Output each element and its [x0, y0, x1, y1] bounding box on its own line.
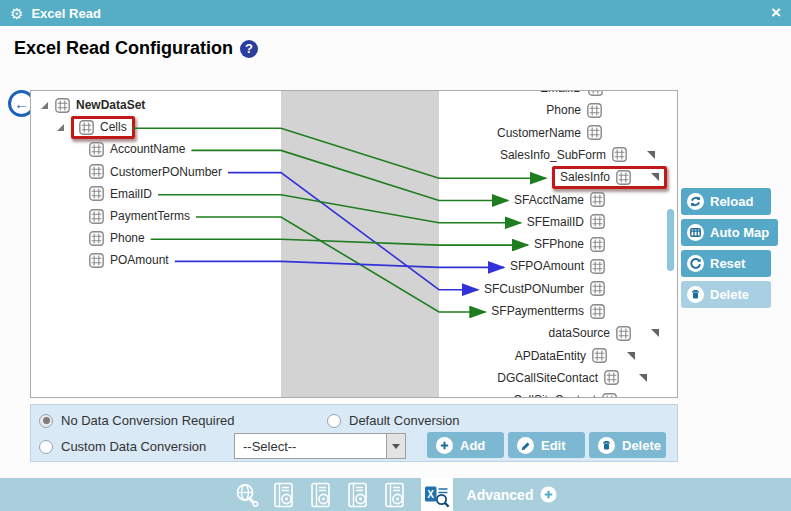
- tree-label: SFCustPONumber: [484, 282, 584, 296]
- tree-item-CustomerName[interactable]: CustomerName: [31, 122, 677, 144]
- grid-icon: [616, 326, 631, 341]
- expander-collapsed-icon[interactable]: [647, 151, 655, 159]
- grid-icon: [612, 147, 627, 162]
- scrollbar-thumb[interactable]: [667, 209, 674, 271]
- expander-collapsed-icon[interactable]: [651, 173, 659, 181]
- reload-button[interactable]: Reload: [681, 188, 771, 215]
- process-step-icon-4[interactable]: [384, 482, 407, 508]
- tree-item-SFCustPONumber[interactable]: SFCustPONumber: [31, 278, 677, 300]
- reset-icon: [687, 255, 704, 272]
- button-label: Edit: [541, 438, 566, 453]
- select-value: --Select--: [235, 439, 386, 454]
- edit-button[interactable]: Edit: [508, 432, 585, 458]
- process-step-icon-2[interactable]: [310, 482, 333, 508]
- button-label: Delete: [622, 438, 661, 453]
- process-step-icon-1[interactable]: [273, 482, 296, 508]
- active-step-tab[interactable]: X: [421, 478, 453, 511]
- process-step-icon-3[interactable]: [347, 482, 370, 508]
- tree-item-SalesInfo_SubForm[interactable]: SalesInfo_SubForm: [31, 144, 677, 166]
- conversion-select[interactable]: --Select--: [234, 433, 406, 459]
- process-step-icon-4[interactable]: [384, 482, 407, 508]
- grid-icon: [590, 259, 605, 274]
- excel-read-icon[interactable]: X: [424, 482, 450, 508]
- footer-toolbar: X Advanced: [0, 478, 791, 511]
- expander-collapsed-icon[interactable]: [627, 352, 635, 360]
- tree-item-SFEmailID[interactable]: SFEmailID: [31, 211, 677, 233]
- tree-label: SFPOAmount: [510, 259, 584, 273]
- grid-icon: [592, 348, 607, 363]
- tree-item-DGCallSiteContact[interactable]: DGCallSiteContact: [31, 367, 677, 389]
- grid-icon: [590, 304, 605, 319]
- radio-default-conversion[interactable]: Default Conversion: [327, 413, 460, 428]
- tree-label: Phone: [546, 103, 581, 117]
- process-step-icon-2[interactable]: [310, 482, 333, 508]
- button-label: Delete: [710, 287, 749, 302]
- excel-read-icon[interactable]: X: [424, 482, 450, 508]
- add-button[interactable]: Add: [427, 432, 504, 458]
- svg-text:X: X: [427, 488, 434, 499]
- conversion-buttons: AddEditDelete: [427, 432, 666, 458]
- tree-item-SFPOAmount[interactable]: SFPOAmount: [31, 255, 677, 277]
- tree-label: SFAcctName: [514, 193, 584, 207]
- select-dropdown-button[interactable]: [386, 434, 405, 458]
- grid-icon: [588, 90, 603, 96]
- radio-custom-conversion[interactable]: Custom Data Conversion: [39, 439, 206, 454]
- radio-label: No Data Conversion Required: [61, 413, 234, 428]
- button-label: Auto Map: [710, 225, 769, 240]
- web-service-icon[interactable]: [234, 482, 259, 507]
- web-service-icon[interactable]: [234, 482, 259, 507]
- radio-circle[interactable]: [327, 414, 341, 428]
- tree-item-SFPhone[interactable]: SFPhone: [31, 233, 677, 255]
- tree-label: SFEmailID: [527, 215, 584, 229]
- edit-icon: [517, 437, 534, 454]
- delete-icon: [598, 437, 615, 454]
- tree-item-SalesInfo[interactable]: SalesInfo: [31, 166, 677, 188]
- delete-icon: [687, 286, 704, 303]
- conversion-panel: No Data Conversion Required Default Conv…: [30, 404, 678, 462]
- tree-item-SFPaymentterms[interactable]: SFPaymentterms: [31, 300, 677, 322]
- button-label: Add: [460, 438, 485, 453]
- grid-icon: [602, 393, 617, 398]
- advanced-label: Advanced: [467, 487, 534, 503]
- grid-icon: [590, 237, 605, 252]
- tree-item-SFAcctName[interactable]: SFAcctName: [31, 189, 677, 211]
- mapping-panel: NewDataSetCellsAccountNameCustomerPONumb…: [30, 90, 678, 398]
- close-icon[interactable]: ×: [771, 3, 781, 23]
- side-buttons: ReloadAuto MapResetDelete: [681, 188, 778, 308]
- grid-icon: [587, 125, 602, 140]
- grid-icon: [590, 192, 605, 207]
- process-step-icon-3[interactable]: [347, 482, 370, 508]
- radio-circle[interactable]: [39, 440, 53, 454]
- grid-icon: [587, 103, 602, 118]
- expander-collapsed-icon[interactable]: [639, 374, 647, 382]
- radio-no-conversion[interactable]: No Data Conversion Required: [39, 413, 234, 428]
- annotation-box: SalesInfo: [552, 166, 667, 189]
- tree-item-EmailID[interactable]: EmailID: [31, 90, 677, 99]
- dialog-titlebar: ⚙ Excel Read ×: [0, 0, 791, 26]
- radio-label: Default Conversion: [349, 413, 460, 428]
- tree-label: APDataEntity: [515, 349, 586, 363]
- advanced-button[interactable]: Advanced: [467, 486, 558, 503]
- tree-label: SFPhone: [534, 237, 584, 251]
- auto-map-button[interactable]: Auto Map: [681, 219, 778, 246]
- radio-circle[interactable]: [39, 414, 53, 428]
- process-step-icon-1[interactable]: [273, 482, 296, 508]
- tree-item-APDataEntity[interactable]: APDataEntity: [31, 345, 677, 367]
- tree-item-Phone[interactable]: Phone: [31, 99, 677, 121]
- delete-button[interactable]: Delete: [681, 281, 771, 308]
- chevron-down-icon: [392, 444, 400, 449]
- expander-collapsed-icon[interactable]: [651, 329, 659, 337]
- tree-item-dataSource[interactable]: dataSource: [31, 322, 677, 344]
- page-title: Excel Read Configuration: [14, 38, 233, 59]
- button-label: Reload: [710, 194, 753, 209]
- grid-icon: [604, 370, 619, 385]
- plus-icon: [540, 486, 557, 503]
- tree-label: CustomerName: [497, 126, 581, 140]
- tree-item-CallSiteContact[interactable]: CallSiteContact: [31, 389, 677, 398]
- help-icon[interactable]: ?: [240, 40, 258, 58]
- automap-icon: [687, 224, 704, 241]
- reset-button[interactable]: Reset: [681, 250, 771, 277]
- grid-icon: [590, 281, 605, 296]
- tree-label: CallSiteContact: [513, 393, 596, 398]
- delete-button[interactable]: Delete: [589, 432, 666, 458]
